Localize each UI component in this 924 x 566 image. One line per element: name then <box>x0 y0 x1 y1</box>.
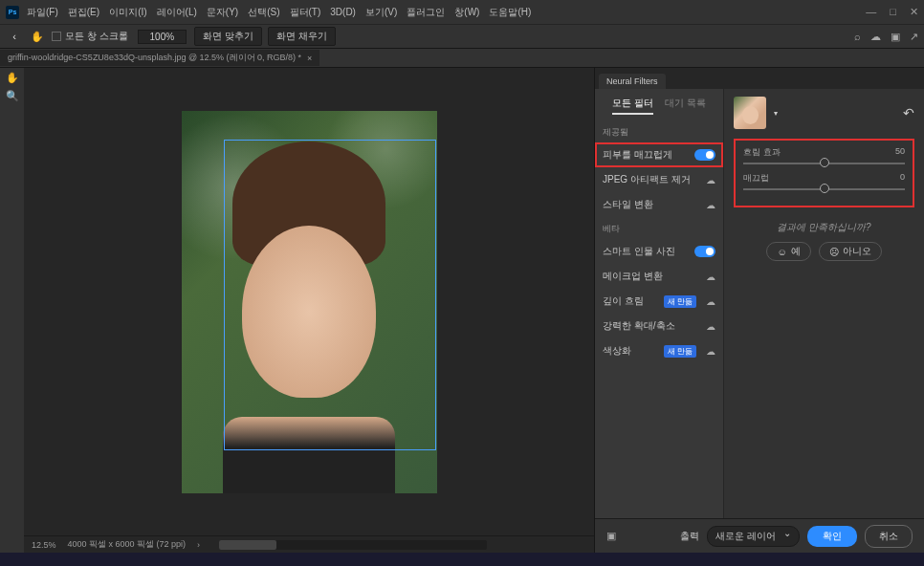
filter-depth-blur[interactable]: 깊이 흐림 새 만듦 ☁ <box>595 289 723 314</box>
menu-help[interactable]: 도움말(H) <box>489 6 531 19</box>
zoom-tool-icon[interactable]: 🔍 <box>6 90 19 102</box>
new-badge: 새 만듦 <box>664 345 696 358</box>
status-bar: 12.5% 4000 픽셀 x 6000 픽셀 (72 ppi) › <box>24 535 594 553</box>
menu-3d[interactable]: 3D(D) <box>330 7 356 17</box>
share-icon[interactable]: ↗ <box>910 31 918 43</box>
face-selector-row: ▾ ↶ <box>734 97 914 129</box>
cloud-download-icon[interactable]: ☁ <box>706 296 715 307</box>
frown-icon: ☹ <box>829 247 839 257</box>
scrollbar-thumb[interactable] <box>219 540 276 550</box>
filter-label: 피부를 매끄럽게 <box>603 148 672 162</box>
document-image <box>182 111 437 493</box>
panel-bottom-bar: ▣ 출력 새로운 레이어 확인 취소 <box>595 518 924 553</box>
window-controls: — □ ✕ <box>866 6 918 18</box>
filter-list-tabs: 모든 필터 대기 목록 <box>595 89 723 120</box>
yes-button[interactable]: ☺예 <box>766 242 810 261</box>
status-caret-icon[interactable]: › <box>197 540 200 550</box>
close-icon[interactable]: ✕ <box>910 6 918 18</box>
satisfaction-prompt: 결과에 만족하십니까? <box>734 221 914 234</box>
slider-track[interactable] <box>743 163 905 164</box>
cloud-download-icon[interactable]: ☁ <box>706 321 715 332</box>
section-beta-label: 베타 <box>595 217 723 239</box>
fit-screen-button[interactable]: 화면 맞추기 <box>194 27 262 46</box>
tab-close-icon[interactable]: × <box>307 54 312 63</box>
cancel-button[interactable]: 취소 <box>865 525 913 548</box>
panel-body: 모든 필터 대기 목록 제공됨 피부를 매끄럽게 JPEG 아티팩트 제거 ☁ … <box>595 89 924 518</box>
back-arrow-icon[interactable]: ‹ <box>6 28 23 45</box>
slider-smoothness: 매끄럽 0 <box>743 172 905 190</box>
cloud-download-icon[interactable]: ☁ <box>706 175 715 185</box>
slider-label: 흐림 효과 <box>743 146 781 159</box>
filter-smart-portrait[interactable]: 스마트 인물 사진 <box>595 239 723 264</box>
document-tab[interactable]: griffin-wooldridge-CS5ZU8e33dQ-unsplash.… <box>0 50 319 66</box>
filter-style-transfer[interactable]: 스타일 변환 ☁ <box>595 192 723 217</box>
smile-icon: ☺ <box>777 247 786 257</box>
menu-file[interactable]: 파일(F) <box>27 6 58 19</box>
filter-makeup-transfer[interactable]: 메이크업 변환 ☁ <box>595 264 723 289</box>
cloud-download-icon[interactable]: ☁ <box>706 272 715 282</box>
status-dimensions[interactable]: 4000 픽셀 x 6000 픽셀 (72 ppi) <box>68 538 187 551</box>
panel-tab-neural-filters[interactable]: Neural Filters <box>599 74 666 89</box>
tab-all-filters[interactable]: 모든 필터 <box>612 97 653 115</box>
menu-plugins[interactable]: 플러그인 <box>407 6 445 19</box>
menu-image[interactable]: 이미지(I) <box>109 6 146 19</box>
filter-colorize[interactable]: 색상화 새 만듦 ☁ <box>595 338 723 363</box>
cloud-download-icon[interactable]: ☁ <box>706 346 715 357</box>
filter-label: 색상화 <box>603 344 631 358</box>
status-zoom[interactable]: 12.5% <box>32 540 56 550</box>
menu-select[interactable]: 선택(S) <box>248 6 279 19</box>
filter-toggle[interactable] <box>694 149 715 161</box>
slider-track[interactable] <box>743 188 905 190</box>
workspace-icon[interactable]: ▣ <box>891 31 900 43</box>
filter-label: 스타일 변환 <box>603 198 653 211</box>
maximize-icon[interactable]: □ <box>890 6 896 18</box>
cloud-docs-icon[interactable]: ☁ <box>870 31 881 43</box>
tab-wait-list[interactable]: 대기 목록 <box>665 97 706 115</box>
search-icon[interactable]: ⌕ <box>854 31 861 43</box>
slider-label: 매끄럽 <box>743 172 769 185</box>
menu-type[interactable]: 문자(Y) <box>207 6 238 19</box>
face-thumbnail[interactable] <box>734 97 766 129</box>
minimize-icon[interactable]: — <box>866 6 876 18</box>
cloud-download-icon[interactable]: ☁ <box>706 200 715 210</box>
canvas-area: 12.5% 4000 픽셀 x 6000 픽셀 (72 ppi) › <box>24 68 594 553</box>
output-select[interactable]: 새로운 레이어 <box>707 526 800 547</box>
hand-tool-icon[interactable]: ✋ <box>31 31 44 43</box>
filter-super-zoom[interactable]: 강력한 확대/축소 ☁ <box>595 314 723 338</box>
menu-edit[interactable]: 편집(E) <box>68 6 99 19</box>
horizontal-scrollbar[interactable] <box>219 540 487 550</box>
satisfaction-buttons: ☺예 ☹아니오 <box>734 242 914 261</box>
options-bar: ‹ ✋ 모든 창 스크롤 100% 화면 맞추기 화면 채우기 ⌕ ☁ ▣ ↗ <box>0 24 924 49</box>
filter-label: 스마트 인물 사진 <box>603 245 675 258</box>
menu-layer[interactable]: 레이어(L) <box>157 6 197 19</box>
slider-value: 0 <box>900 172 905 185</box>
filter-toggle[interactable] <box>694 246 715 257</box>
preview-toggle-icon[interactable]: ▣ <box>606 530 616 542</box>
document-tab-bar: griffin-wooldridge-CS5ZU8e33dQ-unsplash.… <box>0 49 924 68</box>
reset-icon[interactable]: ↶ <box>903 105 914 120</box>
canvas-viewport[interactable] <box>24 68 594 535</box>
fill-screen-button[interactable]: 화면 채우기 <box>268 27 336 46</box>
output-label: 출력 <box>680 530 699 543</box>
filter-label: JPEG 아티팩트 제거 <box>603 173 691 186</box>
section-provided-label: 제공됨 <box>595 120 723 142</box>
menu-filter[interactable]: 필터(T) <box>290 6 321 19</box>
sliders-highlighted-box: 흐림 효과 50 매끄럽 0 <box>734 139 914 207</box>
scroll-all-label: 모든 창 스크롤 <box>65 30 128 43</box>
filter-list-column: 모든 필터 대기 목록 제공됨 피부를 매끄럽게 JPEG 아티팩트 제거 ☁ … <box>595 89 724 518</box>
slider-knob[interactable] <box>820 184 829 193</box>
ok-button[interactable]: 확인 <box>807 526 857 547</box>
no-button[interactable]: ☹아니오 <box>819 242 882 261</box>
tool-strip: ✋ 🔍 <box>0 68 24 553</box>
face-dropdown-caret-icon[interactable]: ▾ <box>774 109 778 118</box>
filter-label: 메이크업 변환 <box>603 270 663 283</box>
titlebar: Ps 파일(F) 편집(E) 이미지(I) 레이어(L) 문자(Y) 선택(S)… <box>0 0 924 24</box>
scroll-all-windows-checkbox[interactable]: 모든 창 스크롤 <box>52 30 128 43</box>
filter-jpeg-artifacts[interactable]: JPEG 아티팩트 제거 ☁ <box>595 167 723 192</box>
menu-window[interactable]: 창(W) <box>454 6 479 19</box>
menu-view[interactable]: 보기(V) <box>365 6 397 19</box>
hand-tool-icon[interactable]: ✋ <box>6 72 19 84</box>
slider-knob[interactable] <box>820 158 829 167</box>
filter-skin-smoothing[interactable]: 피부를 매끄럽게 <box>595 142 723 167</box>
zoom-level-input[interactable]: 100% <box>138 30 187 44</box>
